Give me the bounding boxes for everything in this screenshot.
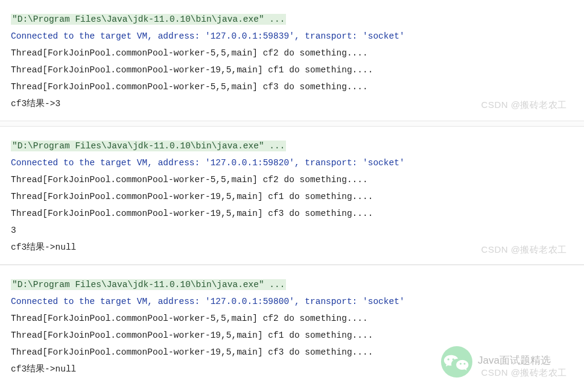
connection-line: Connected to the target VM, address: '12… <box>11 28 573 45</box>
output-line: Thread[ForkJoinPool.commonPool-worker-19… <box>11 188 573 205</box>
connection-line: Connected to the target VM, address: '12… <box>11 293 573 310</box>
cmd-line: "D:\Program Files\Java\jdk-11.0.10\bin\j… <box>11 138 573 154</box>
output-line: 3 <box>11 222 573 239</box>
console-block: "D:\Program Files\Java\jdk-11.0.10\bin\j… <box>0 0 584 121</box>
java-cmd: "D:\Program Files\Java\jdk-11.0.10\bin\j… <box>11 14 286 25</box>
java-cmd: "D:\Program Files\Java\jdk-11.0.10\bin\j… <box>11 141 286 151</box>
output-line: Thread[ForkJoinPool.commonPool-worker-5,… <box>11 171 573 188</box>
console-block: "D:\Program Files\Java\jdk-11.0.10\bin\j… <box>0 127 584 264</box>
output-line: Thread[ForkJoinPool.commonPool-worker-5,… <box>11 78 573 95</box>
output-line: cf3结果->3 <box>11 95 573 112</box>
output-line: Thread[ForkJoinPool.commonPool-worker-5,… <box>11 310 573 327</box>
output-line: Thread[ForkJoinPool.commonPool-worker-19… <box>11 62 573 78</box>
block-divider <box>0 121 584 127</box>
cmd-line: "D:\Program Files\Java\jdk-11.0.10\bin\j… <box>11 11 573 28</box>
output-line: Thread[ForkJoinPool.commonPool-worker-19… <box>11 205 573 222</box>
cmd-line: "D:\Program Files\Java\jdk-11.0.10\bin\j… <box>11 276 573 293</box>
console-block: "D:\Program Files\Java\jdk-11.0.10\bin\j… <box>0 265 584 386</box>
output-line: cf3结果->null <box>11 361 573 378</box>
output-line: Thread[ForkJoinPool.commonPool-worker-19… <box>11 344 573 361</box>
output-line: Thread[ForkJoinPool.commonPool-worker-19… <box>11 327 573 344</box>
connection-line: Connected to the target VM, address: '12… <box>11 154 573 171</box>
output-line: Thread[ForkJoinPool.commonPool-worker-5,… <box>11 45 573 62</box>
java-cmd: "D:\Program Files\Java\jdk-11.0.10\bin\j… <box>11 279 286 290</box>
output-line: cf3结果->null <box>11 239 573 256</box>
